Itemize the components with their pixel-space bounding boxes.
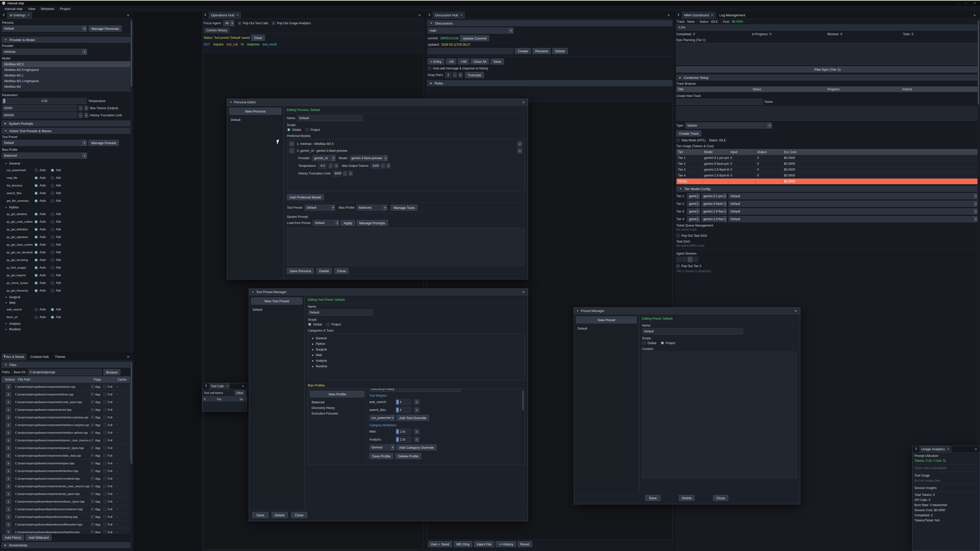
- add-files-button[interactable]: Add File(s): [2, 534, 24, 540]
- conductor-setup-header[interactable]: ▶ Conductor Setup: [676, 75, 978, 81]
- auto-radio[interactable]: [34, 258, 38, 262]
- full-checkbox[interactable]: ✓: [103, 462, 107, 465]
- menu-item[interactable]: Windows: [38, 7, 57, 11]
- category-item[interactable]: ▶ General: [309, 335, 523, 341]
- agg-checkbox[interactable]: ✓: [91, 500, 94, 503]
- tier-model-select[interactable]: gemini-3.1-pro-preview ▼: [701, 193, 727, 199]
- pop-out-tool-calls-checkbox[interactable]: ✓: [238, 21, 242, 25]
- menu-item[interactable]: manual slop: [2, 7, 25, 11]
- auto-radio[interactable]: [34, 227, 38, 231]
- menu-item[interactable]: Project: [57, 7, 73, 11]
- window-close-icon[interactable]: ✕: [522, 100, 525, 104]
- ask-radio[interactable]: [51, 251, 54, 254]
- tab-usage-analytics[interactable]: Usage Analytics ✕: [919, 446, 951, 452]
- full-checkbox[interactable]: ✓: [103, 416, 107, 419]
- full-checkbox[interactable]: ✓: [103, 523, 107, 526]
- dock-icon[interactable]: ▼: [203, 14, 207, 17]
- ai-settings-scrollbar[interactable]: [130, 20, 132, 352]
- full-checkbox[interactable]: ✓: [103, 385, 107, 389]
- auto-radio[interactable]: [34, 315, 38, 319]
- temp-decrement[interactable]: -: [329, 163, 333, 168]
- remove-file-button[interactable]: x: [6, 484, 11, 489]
- rename-button[interactable]: Rename: [532, 48, 551, 54]
- add-wildcard-button[interactable]: Add Wildcard: [25, 534, 51, 540]
- remove-file-button[interactable]: x: [6, 499, 11, 504]
- full-checkbox[interactable]: ✓: [103, 431, 107, 434]
- minimize-icon[interactable]: –: [957, 2, 959, 5]
- history-limit-decrement[interactable]: -: [79, 113, 83, 118]
- agg-checkbox[interactable]: ✓: [91, 400, 94, 404]
- tier-model-select[interactable]: gemini-3-flash-preview ▼: [701, 201, 727, 207]
- max-tokens-decrement[interactable]: -: [79, 106, 83, 111]
- maximize-icon[interactable]: □: [965, 2, 967, 5]
- agg-checkbox[interactable]: ✓: [91, 416, 94, 419]
- full-checkbox[interactable]: ✓: [103, 400, 107, 404]
- auto-radio[interactable]: [34, 184, 38, 187]
- delete-persona-button[interactable]: Delete: [317, 268, 332, 274]
- keep-pairs-input[interactable]: 2: [445, 72, 451, 78]
- persona-list-item[interactable]: Default: [229, 117, 282, 123]
- tool-preset-select[interactable]: Default ▼: [304, 205, 335, 211]
- full-checkbox[interactable]: ✓: [103, 438, 107, 442]
- pop-out-usage-checkbox[interactable]: ✓: [272, 21, 275, 25]
- system-prompts-header[interactable]: ▶ System Prompts: [2, 121, 132, 127]
- scope-global-radio[interactable]: [308, 322, 312, 326]
- multiplier-slider[interactable]: 1.5x: [395, 429, 411, 435]
- load-from-preset-select[interactable]: Default ▼: [313, 220, 339, 226]
- auto-add-checkbox[interactable]: ✓: [428, 67, 431, 70]
- tool-group-header[interactable]: ▼ Python: [2, 205, 131, 210]
- preset-manager-titlebar[interactable]: ▼ Preset Manager ✕: [574, 308, 800, 314]
- tool-preset-list-item[interactable]: Default: [251, 306, 302, 313]
- auto-radio[interactable]: [34, 220, 38, 224]
- remove-weight-button[interactable]: x: [414, 400, 419, 405]
- ask-radio[interactable]: [51, 281, 54, 285]
- tab-close-icon[interactable]: ✕: [226, 384, 228, 388]
- stream-tab[interactable]: [682, 257, 687, 262]
- auto-radio[interactable]: [34, 266, 38, 270]
- remove-file-button[interactable]: x: [6, 530, 11, 534]
- full-checkbox[interactable]: ✓: [103, 530, 107, 534]
- pref-model-select[interactable]: gemini-3-flash-preview ▼: [349, 155, 388, 161]
- profile-name-input[interactable]: [369, 389, 461, 392]
- new-tool-preset-button[interactable]: New Tool Preset: [251, 297, 302, 305]
- create-button[interactable]: Create: [515, 48, 531, 54]
- dock-icon[interactable]: ▼: [914, 448, 918, 451]
- composer-button[interactable]: Gen + Send: [428, 541, 452, 547]
- bias-profile-list-item[interactable]: Balanced: [310, 400, 364, 405]
- composer-button[interactable]: Reset: [517, 541, 532, 547]
- dock-icon[interactable]: ▼: [427, 14, 431, 17]
- panel-close-icon[interactable]: ✕: [971, 14, 978, 17]
- tab-close-icon[interactable]: ✕: [947, 448, 949, 451]
- bias-profiles-scrollbar[interactable]: [522, 389, 524, 464]
- remove-file-button[interactable]: x: [6, 491, 11, 496]
- stream-tab[interactable]: [676, 257, 681, 262]
- ask-radio[interactable]: [51, 176, 54, 180]
- keep-pairs-decrement[interactable]: -: [453, 73, 457, 78]
- agg-checkbox[interactable]: ✓: [91, 462, 94, 465]
- new-preset-button[interactable]: New Preset: [576, 316, 637, 324]
- remove-file-button[interactable]: x: [6, 461, 11, 466]
- remove-file-button[interactable]: x: [6, 407, 11, 412]
- category-override-select[interactable]: General ▼: [369, 445, 395, 451]
- new-persona-button[interactable]: New Persona: [229, 108, 282, 115]
- remove-model-button[interactable]: x: [517, 148, 522, 153]
- new-profile-button[interactable]: New Profile: [310, 391, 364, 397]
- window-close-icon[interactable]: ✕: [974, 448, 978, 451]
- epic-planning-textarea[interactable]: [676, 43, 978, 65]
- full-checkbox[interactable]: ✓: [103, 454, 107, 457]
- ask-radio[interactable]: [51, 184, 54, 187]
- tier-provider-select[interactable]: gemini ▼: [687, 216, 700, 222]
- ask-radio[interactable]: [51, 266, 54, 270]
- tab-operations-hub[interactable]: Operations Hub ✕: [208, 12, 241, 19]
- add-preferred-model-button[interactable]: Add Preferred Model: [287, 194, 324, 200]
- keep-pairs-increment[interactable]: +: [458, 73, 463, 78]
- tier-provider-select[interactable]: gemini ▼: [687, 201, 700, 207]
- slider-handle[interactable]: [396, 400, 399, 404]
- preset-list-item[interactable]: Default: [576, 326, 637, 332]
- scope-project-radio[interactable]: [305, 128, 309, 132]
- dock-icon[interactable]: ▼: [676, 14, 681, 17]
- agg-checkbox[interactable]: ✓: [91, 515, 94, 519]
- dock-icon[interactable]: ▼: [2, 14, 6, 17]
- tab-close-icon[interactable]: ✕: [711, 14, 713, 17]
- scope-global-radio[interactable]: [287, 128, 291, 132]
